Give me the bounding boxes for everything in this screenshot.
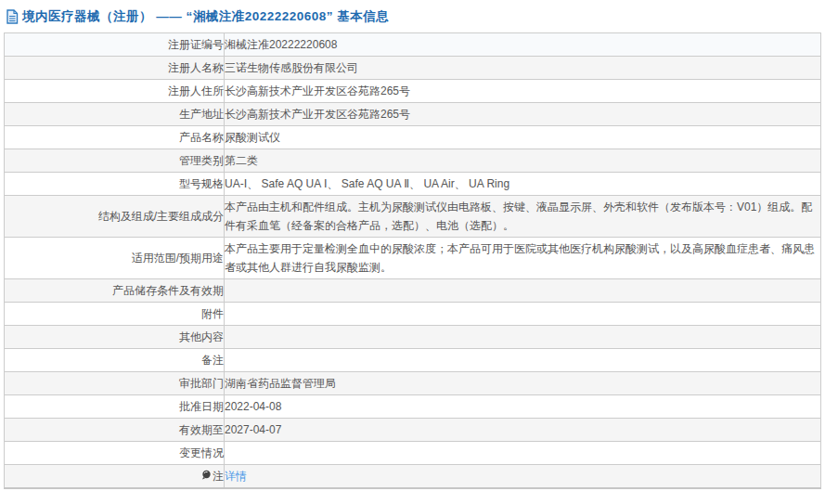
registration-info-page: 境内医疗器械（注册） —— “湘械注准20222220608” 基本信息 注册证… bbox=[0, 0, 825, 504]
row-value: 2027-04-07 bbox=[225, 419, 821, 442]
row-value: 本产品由主机和配件组成。主机为尿酸测试仪由电路板、按键、液晶显示屏、外壳和软件（… bbox=[225, 196, 821, 238]
row-value bbox=[225, 279, 821, 303]
row-label: 注 bbox=[5, 465, 225, 489]
row-label: 其他内容 bbox=[5, 326, 225, 349]
row-label: 注册人名称 bbox=[5, 57, 225, 80]
row-label: 有效期至 bbox=[5, 419, 225, 442]
table-row: 附件 bbox=[5, 303, 821, 326]
table-row: 生产地址 长沙高新技术产业开发区谷苑路265号 bbox=[5, 103, 821, 126]
row-value bbox=[225, 442, 821, 465]
registration-info-table: 注册证编号 湘械注准20222220608 注册人名称 三诺生物传感股份有限公司… bbox=[4, 32, 821, 489]
table-row: 适用范围/预期用途 本产品主要用于定量检测全血中的尿酸浓度；本产品可用于医院或其… bbox=[5, 238, 821, 279]
row-label: 生产地址 bbox=[5, 103, 225, 126]
details-link[interactable]: 详情 bbox=[225, 470, 247, 483]
row-label: 注册人住所 bbox=[5, 80, 225, 103]
table-row: 其他内容 bbox=[5, 326, 821, 349]
table-row: 审批部门 湖南省药品监督管理局 bbox=[5, 372, 821, 395]
table-row: 管理类别 第二类 bbox=[5, 149, 821, 173]
row-label: 批准日期 bbox=[5, 395, 225, 419]
row-label: 审批部门 bbox=[5, 372, 225, 395]
table-row: 备注 bbox=[5, 349, 821, 372]
page-header: 境内医疗器械（注册） —— “湘械注准20222220608” 基本信息 bbox=[0, 0, 825, 32]
row-value: 湖南省药品监督管理局 bbox=[225, 372, 821, 395]
row-value: 详情 bbox=[225, 465, 821, 489]
table-row: 型号规格 UA-Ⅰ、 Safe AQ UA Ⅰ、 Safe AQ UA Ⅱ、 U… bbox=[5, 173, 821, 196]
table-row: 产品名称 尿酸测试仪 bbox=[5, 126, 821, 149]
row-label: 型号规格 bbox=[5, 173, 225, 196]
table-row: 产品储存条件及有效期 bbox=[5, 279, 821, 303]
page-title: 境内医疗器械（注册） —— “湘械注准20222220608” 基本信息 bbox=[22, 8, 389, 25]
table-row: 结构及组成/主要组成成分 本产品由主机和配件组成。主机为尿酸测试仪由电路板、按键… bbox=[5, 196, 821, 238]
row-value: 湘械注准20222220608 bbox=[225, 33, 821, 57]
row-value: 长沙高新技术产业开发区谷苑路265号 bbox=[225, 103, 821, 126]
table-row: 注册证编号 湘械注准20222220608 bbox=[5, 33, 821, 57]
row-value bbox=[225, 303, 821, 326]
row-value bbox=[225, 349, 821, 372]
document-icon bbox=[6, 9, 19, 24]
row-label: 变更情况 bbox=[5, 442, 225, 465]
row-label: 产品名称 bbox=[5, 126, 225, 149]
row-label: 管理类别 bbox=[5, 149, 225, 173]
row-label: 适用范围/预期用途 bbox=[5, 238, 225, 279]
row-value: 2022-04-08 bbox=[225, 395, 821, 419]
note-label: 注 bbox=[213, 470, 224, 483]
row-value: 三诺生物传感股份有限公司 bbox=[225, 57, 821, 80]
row-value: 本产品主要用于定量检测全血中的尿酸浓度；本产品可用于医院或其他医疗机构尿酸测试，… bbox=[225, 238, 821, 279]
row-value: 尿酸测试仪 bbox=[225, 126, 821, 149]
table-row: 注册人住所 长沙高新技术产业开发区谷苑路265号 bbox=[5, 80, 821, 103]
row-value bbox=[225, 326, 821, 349]
row-label: 结构及组成/主要组成成分 bbox=[5, 196, 225, 238]
row-label: 注册证编号 bbox=[5, 33, 225, 57]
row-value: UA-Ⅰ、 Safe AQ UA Ⅰ、 Safe AQ UA Ⅱ、 UA Air… bbox=[225, 173, 821, 196]
table-row: 批准日期 2022-04-08 bbox=[5, 395, 821, 419]
table-row: 有效期至 2027-04-07 bbox=[5, 419, 821, 442]
row-label: 备注 bbox=[5, 349, 225, 372]
table-row: 变更情况 bbox=[5, 442, 821, 465]
table-row-note: 注 详情 bbox=[5, 465, 821, 489]
row-label: 产品储存条件及有效期 bbox=[5, 279, 225, 303]
row-value: 长沙高新技术产业开发区谷苑路265号 bbox=[225, 80, 821, 103]
table-row: 注册人名称 三诺生物传感股份有限公司 bbox=[5, 57, 821, 80]
row-value: 第二类 bbox=[225, 149, 821, 173]
note-bulb-icon bbox=[201, 468, 212, 479]
row-label: 附件 bbox=[5, 303, 225, 326]
